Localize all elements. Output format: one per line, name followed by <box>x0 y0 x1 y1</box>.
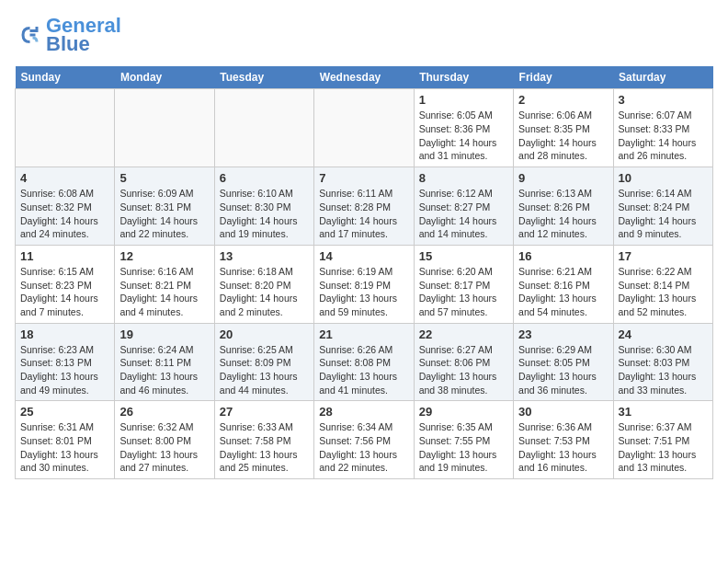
day-number: 8 <box>419 171 508 185</box>
logo-text: General Blue <box>46 15 121 55</box>
calendar-cell: 29Sunrise: 6:35 AM Sunset: 7:55 PM Dayli… <box>414 401 513 479</box>
calendar-cell: 15Sunrise: 6:20 AM Sunset: 8:17 PM Dayli… <box>414 245 513 323</box>
calendar-cell: 12Sunrise: 6:16 AM Sunset: 8:21 PM Dayli… <box>115 245 214 323</box>
calendar-cell: 2Sunrise: 6:06 AM Sunset: 8:35 PM Daylig… <box>514 89 613 167</box>
calendar-cell <box>214 89 313 167</box>
day-number: 6 <box>220 171 309 185</box>
calendar-cell: 20Sunrise: 6:25 AM Sunset: 8:09 PM Dayli… <box>214 323 313 401</box>
day-number: 2 <box>518 93 608 107</box>
day-info: Sunrise: 6:09 AM Sunset: 8:31 PM Dayligh… <box>119 187 209 241</box>
day-number: 29 <box>419 405 508 419</box>
day-number: 26 <box>119 405 209 419</box>
day-number: 14 <box>319 249 408 263</box>
calendar-cell: 5Sunrise: 6:09 AM Sunset: 8:31 PM Daylig… <box>115 167 214 246</box>
day-number: 27 <box>220 405 309 419</box>
calendar-cell: 19Sunrise: 6:24 AM Sunset: 8:11 PM Dayli… <box>115 323 214 401</box>
day-info: Sunrise: 6:34 AM Sunset: 7:56 PM Dayligh… <box>319 420 408 475</box>
calendar-cell: 23Sunrise: 6:29 AM Sunset: 8:05 PM Dayli… <box>514 323 613 401</box>
day-info: Sunrise: 6:13 AM Sunset: 8:26 PM Dayligh… <box>518 187 608 241</box>
day-info: Sunrise: 6:30 AM Sunset: 8:03 PM Dayligh… <box>619 343 708 397</box>
calendar-cell: 21Sunrise: 6:26 AM Sunset: 8:08 PM Dayli… <box>314 323 414 401</box>
day-number: 25 <box>20 405 109 419</box>
calendar-cell: 31Sunrise: 6:37 AM Sunset: 7:51 PM Dayli… <box>613 401 712 479</box>
day-info: Sunrise: 6:36 AM Sunset: 7:53 PM Dayligh… <box>518 420 608 475</box>
calendar-cell: 27Sunrise: 6:33 AM Sunset: 7:58 PM Dayli… <box>214 401 313 479</box>
day-number: 15 <box>419 249 508 263</box>
day-number: 18 <box>20 327 109 341</box>
day-info: Sunrise: 6:15 AM Sunset: 8:23 PM Dayligh… <box>20 265 109 319</box>
day-info: Sunrise: 6:29 AM Sunset: 8:05 PM Dayligh… <box>518 343 608 397</box>
day-of-week-header: Wednesday <box>314 66 414 89</box>
day-info: Sunrise: 6:19 AM Sunset: 8:19 PM Dayligh… <box>319 265 408 319</box>
day-info: Sunrise: 6:16 AM Sunset: 8:21 PM Dayligh… <box>119 265 209 319</box>
calendar-cell: 16Sunrise: 6:21 AM Sunset: 8:16 PM Dayli… <box>514 245 613 323</box>
day-number: 16 <box>518 249 608 263</box>
calendar-cell: 3Sunrise: 6:07 AM Sunset: 8:33 PM Daylig… <box>613 89 712 167</box>
day-number: 23 <box>518 327 608 341</box>
page-header: General Blue <box>15 15 713 55</box>
day-of-week-header: Tuesday <box>214 66 313 89</box>
calendar-week-row: 18Sunrise: 6:23 AM Sunset: 8:13 PM Dayli… <box>16 323 713 401</box>
day-info: Sunrise: 6:22 AM Sunset: 8:14 PM Dayligh… <box>619 265 708 319</box>
logo: General Blue <box>15 15 121 55</box>
day-of-week-header: Saturday <box>613 66 712 89</box>
day-number: 9 <box>518 171 608 185</box>
day-number: 1 <box>419 93 508 107</box>
calendar-cell <box>16 89 115 167</box>
calendar-header-row: SundayMondayTuesdayWednesdayThursdayFrid… <box>16 66 713 89</box>
day-info: Sunrise: 6:24 AM Sunset: 8:11 PM Dayligh… <box>119 343 209 397</box>
day-info: Sunrise: 6:33 AM Sunset: 7:58 PM Dayligh… <box>220 420 309 475</box>
calendar-cell: 13Sunrise: 6:18 AM Sunset: 8:20 PM Dayli… <box>214 245 313 323</box>
day-number: 5 <box>119 171 209 185</box>
day-number: 10 <box>619 171 708 185</box>
day-number: 7 <box>319 171 408 185</box>
day-info: Sunrise: 6:05 AM Sunset: 8:36 PM Dayligh… <box>419 109 508 163</box>
day-number: 13 <box>220 249 309 263</box>
day-info: Sunrise: 6:11 AM Sunset: 8:28 PM Dayligh… <box>319 187 408 241</box>
calendar-cell <box>314 89 414 167</box>
day-number: 22 <box>419 327 508 341</box>
day-number: 4 <box>20 171 109 185</box>
logo-icon <box>15 21 42 49</box>
day-number: 17 <box>619 249 708 263</box>
calendar-cell: 10Sunrise: 6:14 AM Sunset: 8:24 PM Dayli… <box>613 167 712 246</box>
day-of-week-header: Monday <box>115 66 214 89</box>
calendar-table: SundayMondayTuesdayWednesdayThursdayFrid… <box>15 66 713 479</box>
day-number: 30 <box>518 405 608 419</box>
day-info: Sunrise: 6:10 AM Sunset: 8:30 PM Dayligh… <box>220 187 309 241</box>
calendar-cell: 1Sunrise: 6:05 AM Sunset: 8:36 PM Daylig… <box>414 89 513 167</box>
calendar-week-row: 25Sunrise: 6:31 AM Sunset: 8:01 PM Dayli… <box>16 401 713 479</box>
day-info: Sunrise: 6:18 AM Sunset: 8:20 PM Dayligh… <box>220 265 309 319</box>
calendar-cell: 22Sunrise: 6:27 AM Sunset: 8:06 PM Dayli… <box>414 323 513 401</box>
calendar-cell: 30Sunrise: 6:36 AM Sunset: 7:53 PM Dayli… <box>514 401 613 479</box>
day-number: 12 <box>119 249 209 263</box>
calendar-cell: 9Sunrise: 6:13 AM Sunset: 8:26 PM Daylig… <box>514 167 613 246</box>
day-info: Sunrise: 6:07 AM Sunset: 8:33 PM Dayligh… <box>619 109 708 163</box>
calendar-cell: 25Sunrise: 6:31 AM Sunset: 8:01 PM Dayli… <box>16 401 115 479</box>
calendar-week-row: 11Sunrise: 6:15 AM Sunset: 8:23 PM Dayli… <box>16 245 713 323</box>
calendar-cell: 28Sunrise: 6:34 AM Sunset: 7:56 PM Dayli… <box>314 401 414 479</box>
calendar-cell: 18Sunrise: 6:23 AM Sunset: 8:13 PM Dayli… <box>16 323 115 401</box>
day-number: 24 <box>619 327 708 341</box>
calendar-week-row: 4Sunrise: 6:08 AM Sunset: 8:32 PM Daylig… <box>16 167 713 246</box>
day-info: Sunrise: 6:20 AM Sunset: 8:17 PM Dayligh… <box>419 265 508 319</box>
day-number: 31 <box>619 405 708 419</box>
day-info: Sunrise: 6:21 AM Sunset: 8:16 PM Dayligh… <box>518 265 608 319</box>
day-number: 3 <box>619 93 708 107</box>
day-number: 21 <box>319 327 408 341</box>
calendar-cell: 6Sunrise: 6:10 AM Sunset: 8:30 PM Daylig… <box>214 167 313 246</box>
day-info: Sunrise: 6:35 AM Sunset: 7:55 PM Dayligh… <box>419 420 508 475</box>
day-number: 11 <box>20 249 109 263</box>
calendar-cell: 14Sunrise: 6:19 AM Sunset: 8:19 PM Dayli… <box>314 245 414 323</box>
day-info: Sunrise: 6:23 AM Sunset: 8:13 PM Dayligh… <box>20 343 109 397</box>
calendar-cell: 17Sunrise: 6:22 AM Sunset: 8:14 PM Dayli… <box>613 245 712 323</box>
day-info: Sunrise: 6:32 AM Sunset: 8:00 PM Dayligh… <box>119 420 209 475</box>
calendar-week-row: 1Sunrise: 6:05 AM Sunset: 8:36 PM Daylig… <box>16 89 713 167</box>
calendar-cell: 24Sunrise: 6:30 AM Sunset: 8:03 PM Dayli… <box>613 323 712 401</box>
day-info: Sunrise: 6:27 AM Sunset: 8:06 PM Dayligh… <box>419 343 508 397</box>
calendar-cell: 26Sunrise: 6:32 AM Sunset: 8:00 PM Dayli… <box>115 401 214 479</box>
day-number: 20 <box>220 327 309 341</box>
calendar-cell: 11Sunrise: 6:15 AM Sunset: 8:23 PM Dayli… <box>16 245 115 323</box>
day-info: Sunrise: 6:06 AM Sunset: 8:35 PM Dayligh… <box>518 109 608 163</box>
day-of-week-header: Friday <box>514 66 613 89</box>
